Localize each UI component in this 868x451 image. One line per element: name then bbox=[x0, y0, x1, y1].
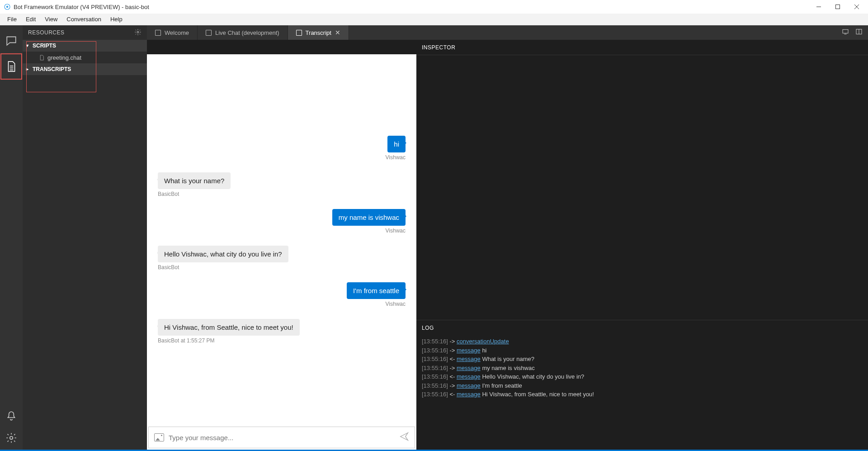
bot-message-bubble[interactable]: Hello Vishwac, what city do you live in? bbox=[158, 246, 288, 262]
svg-rect-11 bbox=[843, 29, 848, 33]
sidebar-settings-icon[interactable] bbox=[134, 28, 142, 37]
log-type-link[interactable]: message bbox=[457, 347, 481, 354]
tab-label: Welcome bbox=[165, 29, 189, 36]
tab-transcript[interactable]: Transcript ✕ bbox=[288, 25, 349, 40]
message-group: I'm from seattle Vishwac bbox=[158, 282, 406, 315]
message-composer bbox=[148, 427, 415, 448]
activity-resources-icon[interactable] bbox=[0, 53, 22, 80]
log-entry: [13:55:16] <- message Hi Vishwac, from S… bbox=[422, 390, 863, 399]
sidebar: RESOURCES ▾ SCRIPTS greeting.chat ▸ TRAN… bbox=[23, 25, 147, 450]
chat-column: hi Vishwac What is your name? BasicBot m… bbox=[147, 40, 416, 450]
caret-right-icon: ▸ bbox=[26, 66, 28, 71]
bot-message-bubble[interactable]: What is your name? bbox=[158, 172, 231, 189]
tab-welcome[interactable]: Welcome bbox=[147, 25, 198, 40]
chat-canvas: hi Vishwac What is your name? BasicBot m… bbox=[147, 54, 416, 450]
window-minimize-button[interactable] bbox=[816, 4, 822, 10]
log-type-link[interactable]: message bbox=[457, 373, 481, 380]
tab-livechat[interactable]: Live Chat (development) bbox=[198, 25, 288, 40]
user-message-bubble[interactable]: hi bbox=[387, 136, 406, 152]
window-title: Bot Framework Emulator (V4 PREVIEW) - ba… bbox=[14, 4, 816, 10]
svg-rect-3 bbox=[836, 5, 840, 9]
message-input[interactable] bbox=[169, 434, 399, 442]
bot-message-bubble[interactable]: Hi Vishwac, from Seattle, nice to meet y… bbox=[158, 319, 300, 336]
tab-row: Welcome Live Chat (development) Transcri… bbox=[147, 25, 868, 40]
tab-label: Live Chat (development) bbox=[215, 29, 279, 36]
sidebar-title: RESOURCES bbox=[28, 29, 65, 36]
message-meta: Vishwac bbox=[386, 154, 406, 161]
window-close-button[interactable] bbox=[854, 4, 860, 10]
menu-conversation[interactable]: Conversation bbox=[62, 14, 106, 24]
activity-settings-icon[interactable] bbox=[0, 428, 22, 448]
message-meta: Vishwac bbox=[386, 228, 406, 234]
right-panel: INSPECTOR LOG [13:55:16] -> conversation… bbox=[416, 40, 868, 450]
send-icon[interactable] bbox=[399, 432, 409, 443]
titlebar: Bot Framework Emulator (V4 PREVIEW) - ba… bbox=[0, 0, 868, 14]
resource-tree: ▾ SCRIPTS greeting.chat ▸ TRANSCRIPTS bbox=[23, 40, 147, 76]
tab-close-icon[interactable]: ✕ bbox=[335, 29, 340, 36]
message-meta: Vishwac bbox=[386, 301, 406, 307]
message-list[interactable]: hi Vishwac What is your name? BasicBot m… bbox=[147, 54, 416, 425]
user-message-bubble[interactable]: my name is vishwac bbox=[332, 209, 406, 226]
log-type-link[interactable]: message bbox=[457, 365, 481, 371]
tree-section-scripts[interactable]: ▾ SCRIPTS bbox=[23, 40, 147, 52]
log-title: LOG bbox=[422, 325, 434, 331]
svg-point-1 bbox=[6, 6, 8, 8]
svg-point-9 bbox=[10, 437, 13, 440]
menu-help[interactable]: Help bbox=[106, 14, 127, 24]
message-meta: BasicBot bbox=[158, 264, 179, 271]
message-group: hi Vishwac bbox=[158, 136, 406, 169]
user-message-bubble[interactable]: I'm from seattle bbox=[347, 282, 406, 299]
message-group: What is your name? BasicBot bbox=[158, 172, 406, 205]
presentation-mode-icon[interactable] bbox=[842, 28, 849, 37]
app-icon bbox=[4, 3, 11, 10]
log-type-link[interactable]: conversationUpdate bbox=[457, 338, 509, 345]
tab-icon bbox=[296, 30, 302, 36]
svg-point-10 bbox=[137, 31, 139, 33]
log-entry: [13:55:16] -> conversationUpdate bbox=[422, 337, 863, 346]
inspector-header: INSPECTOR bbox=[416, 40, 868, 55]
tree-file-label: greeting.chat bbox=[47, 54, 81, 61]
log-body[interactable]: [13:55:16] -> conversationUpdate [13:55:… bbox=[416, 335, 868, 450]
split-editor-icon[interactable] bbox=[855, 28, 863, 37]
tree-section-label: SCRIPTS bbox=[33, 43, 56, 49]
menubar: File Edit View Conversation Help bbox=[0, 14, 868, 25]
menu-view[interactable]: View bbox=[40, 14, 62, 24]
log-type-link[interactable]: message bbox=[457, 382, 481, 389]
editor-area: Welcome Live Chat (development) Transcri… bbox=[147, 25, 868, 450]
tab-icon bbox=[206, 30, 212, 36]
log-entry: [13:55:16] <- message What is your name? bbox=[422, 355, 863, 364]
log-type-link[interactable]: message bbox=[457, 356, 481, 362]
tree-section-transcripts[interactable]: ▸ TRANSCRIPTS bbox=[23, 63, 147, 75]
log-entry: [13:55:16] -> message I'm from seattle bbox=[422, 381, 863, 390]
tree-section-label: TRANSCRIPTS bbox=[33, 66, 71, 72]
message-meta: BasicBot at 1:55:27 PM bbox=[158, 337, 214, 344]
content-row: hi Vishwac What is your name? BasicBot m… bbox=[147, 40, 868, 450]
tab-icon bbox=[155, 30, 161, 36]
activity-notifications-icon[interactable] bbox=[0, 406, 22, 426]
inspector-body bbox=[416, 55, 868, 166]
message-group: my name is vishwac Vishwac bbox=[158, 209, 406, 242]
log-header: LOG bbox=[416, 320, 868, 335]
attach-image-icon[interactable] bbox=[154, 433, 164, 442]
caret-down-icon: ▾ bbox=[26, 43, 28, 48]
window-maximize-button[interactable] bbox=[835, 4, 841, 10]
activity-bar bbox=[0, 25, 23, 450]
tab-label: Transcript bbox=[306, 29, 331, 36]
main: RESOURCES ▾ SCRIPTS greeting.chat ▸ TRAN… bbox=[0, 25, 868, 450]
log-entry: [13:55:16] <- message Hello Vishwac, wha… bbox=[422, 372, 863, 381]
activity-chat-icon[interactable] bbox=[0, 31, 22, 51]
log-entry: [13:55:16] -> message my name is vishwac bbox=[422, 364, 863, 373]
message-group: Hi Vishwac, from Seattle, nice to meet y… bbox=[158, 319, 406, 352]
menu-file[interactable]: File bbox=[3, 14, 21, 24]
message-meta: BasicBot bbox=[158, 191, 179, 197]
log-entry: [13:55:16] -> message hi bbox=[422, 346, 863, 355]
message-group: Hello Vishwac, what city do you live in?… bbox=[158, 246, 406, 279]
log-type-link[interactable]: message bbox=[457, 391, 481, 398]
inspector-title: INSPECTOR bbox=[422, 44, 455, 51]
menu-edit[interactable]: Edit bbox=[21, 14, 40, 24]
tree-file-greeting[interactable]: greeting.chat bbox=[23, 52, 147, 63]
file-icon bbox=[39, 55, 45, 61]
